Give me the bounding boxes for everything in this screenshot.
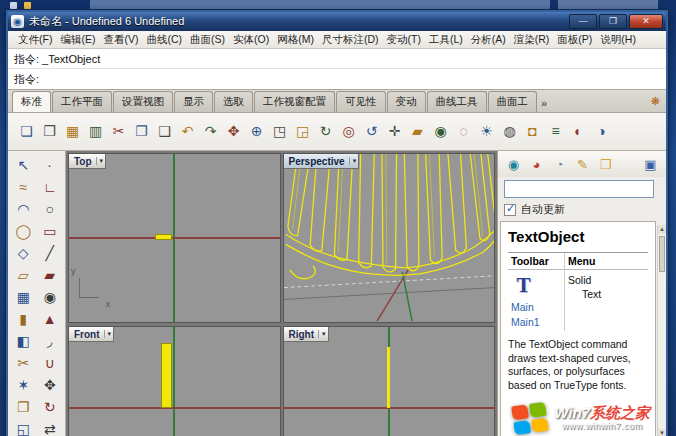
menu-item[interactable]: 曲面(S) (186, 32, 229, 48)
redo-icon[interactable]: ↷ (200, 121, 221, 142)
box-icon[interactable]: ▦ (17, 287, 30, 307)
chevron-down-icon[interactable]: ▾ (104, 330, 112, 338)
open-folder-icon[interactable]: ❒ (596, 155, 615, 174)
rotate-tool-icon[interactable]: ↻ (44, 397, 56, 417)
mirror-tool-icon[interactable]: ⇄ (44, 419, 56, 436)
auto-update-checkbox[interactable]: ✓ (504, 204, 516, 216)
menu-item[interactable]: 尺寸标注(D) (318, 32, 383, 48)
menu-item[interactable]: 编辑(E) (56, 32, 99, 48)
scale-tool-icon[interactable]: ◱ (17, 419, 30, 436)
paste-icon[interactable]: ❑ (154, 121, 175, 142)
undo-icon[interactable]: ↶ (177, 121, 198, 142)
move-tool-icon[interactable]: ✥ (44, 375, 56, 395)
help-pin-icon[interactable]: ◉ (504, 155, 523, 174)
textobject-tool-icon[interactable]: T (511, 273, 536, 298)
chevron-down-icon[interactable]: ▾ (318, 330, 326, 338)
menu-item[interactable]: 渲染(R) (510, 32, 554, 48)
dock-panel-icon[interactable]: ▣ (641, 155, 660, 174)
link-main[interactable]: Main (511, 301, 561, 313)
material-ball-icon[interactable]: ◕ (527, 155, 546, 174)
print-icon[interactable]: ▥ (85, 121, 106, 142)
minimize-button[interactable]: — (569, 14, 597, 29)
toolbar-tab[interactable]: 设置视图 (113, 91, 173, 112)
render-display-icon[interactable]: ◑ (591, 121, 612, 142)
arc-icon[interactable]: ◠ (17, 199, 29, 219)
point-icon[interactable]: ∙ (48, 155, 52, 175)
toolbar-options-icon[interactable]: ❋ (651, 95, 660, 108)
zoom-dynamic-icon[interactable]: ⊕ (246, 121, 267, 142)
layers-icon[interactable]: ≡ (545, 121, 566, 142)
undo-view-icon[interactable]: ↺ (361, 121, 382, 142)
toolbar-tab[interactable]: 标准 (12, 91, 51, 112)
zoom-selected-icon[interactable]: ◎ (338, 121, 359, 142)
move-icon[interactable]: ✛ (384, 121, 405, 142)
surface-icon[interactable]: ▱ (18, 265, 29, 285)
viewport-right[interactable]: Right ▾ (283, 326, 496, 436)
truck-move-icon[interactable]: ▰ (407, 121, 428, 142)
polygon-icon[interactable]: ◇ (18, 243, 29, 263)
viewport-top-tab[interactable]: Top ▾ (69, 154, 106, 169)
menu-item[interactable]: 实体(O) (229, 32, 273, 48)
gumball-icon[interactable]: ◉ (430, 121, 451, 142)
toolbar-tab[interactable]: 变动 (387, 91, 426, 112)
scrollbar-thumb[interactable] (659, 236, 665, 272)
menu-item[interactable]: 曲线(C) (142, 32, 186, 48)
menu-item[interactable]: 网格(M) (273, 32, 318, 48)
copy-icon[interactable]: ❐ (131, 121, 152, 142)
menu-item[interactable]: 变动(T) (383, 32, 425, 48)
link-main1[interactable]: Main1 (511, 316, 561, 328)
menu-item[interactable]: 说明(H) (596, 32, 640, 48)
join-icon[interactable]: ∪ (45, 353, 55, 373)
polyline-icon[interactable]: ∟ (43, 177, 57, 197)
shaded-display-icon[interactable]: ◐ (568, 121, 589, 142)
viewport-perspective[interactable]: Perspective ▾ (283, 153, 496, 323)
toolbar-tab[interactable]: 可见性 (336, 91, 386, 112)
record-history-icon[interactable]: ◌ (453, 121, 474, 142)
cylinder-icon[interactable]: ▮ (19, 309, 27, 329)
menu-item[interactable]: 文件(F) (14, 32, 56, 48)
scroll-down-icon[interactable]: ▼ (658, 429, 666, 436)
toolbar-tab[interactable]: 选取 (214, 91, 253, 112)
tab-overflow-button[interactable]: » (538, 97, 550, 112)
line-icon[interactable]: ╱ (46, 243, 54, 263)
cut-icon[interactable]: ✂ (108, 121, 129, 142)
edit-pencil-icon[interactable]: ✎ (573, 155, 592, 174)
toolbar-tab[interactable]: 显示 (174, 91, 213, 112)
text-object-top-view[interactable] (155, 234, 172, 240)
viewport-top[interactable]: y x Top ▾ (68, 153, 281, 323)
zoom-extents-icon[interactable]: ◲ (292, 121, 313, 142)
text-object-front-view[interactable] (161, 343, 172, 408)
boolean-icon[interactable]: ◧ (17, 331, 30, 351)
save-icon[interactable]: ▦ (62, 121, 83, 142)
visibility-icon[interactable]: ◍ (499, 121, 520, 142)
trim-icon[interactable]: ✂ (17, 353, 29, 373)
zoom-window-icon[interactable]: ◳ (269, 121, 290, 142)
viewport-front-tab[interactable]: Front ▾ (69, 327, 114, 342)
display-ball-icon[interactable]: ◔ (550, 155, 569, 174)
lock-icon[interactable]: ◘ (522, 121, 543, 142)
menu-item[interactable]: 面板(P) (553, 32, 596, 48)
copy-tool-icon[interactable]: ❐ (17, 397, 30, 417)
maximize-button[interactable]: ❐ (599, 14, 627, 29)
toolbar-tab[interactable]: 曲线工具 (427, 91, 487, 112)
new-file-icon[interactable]: ❏ (16, 121, 37, 142)
toolbar-tab[interactable]: 曲面工 (488, 91, 538, 112)
explode-icon[interactable]: ✶ (17, 375, 29, 395)
ellipse-icon[interactable]: ◯ (15, 221, 31, 241)
select-arrow-icon[interactable]: ↖ (17, 155, 29, 175)
menu-item[interactable]: 查看(V) (99, 32, 142, 48)
cone-icon[interactable]: ▲ (43, 309, 57, 329)
viewport-right-tab[interactable]: Right ▾ (284, 327, 329, 342)
curve-icon[interactable]: ≈ (19, 177, 27, 197)
toolbar-tab[interactable]: 工作视窗配置 (254, 91, 335, 112)
lamp-icon[interactable]: ☀ (476, 121, 497, 142)
scroll-up-icon[interactable]: ▲ (658, 225, 666, 234)
circle-icon[interactable]: ○ (46, 199, 54, 219)
chevron-down-icon[interactable]: ▾ (96, 157, 104, 165)
menu-item[interactable]: 工具(L) (425, 32, 467, 48)
close-button[interactable]: ✕ (629, 14, 663, 29)
help-search-input[interactable] (504, 180, 654, 198)
toolbar-tab[interactable]: 工作平面 (52, 91, 112, 112)
fillet-icon[interactable]: ◞ (47, 331, 52, 351)
menu-item[interactable]: 分析(A) (467, 32, 510, 48)
